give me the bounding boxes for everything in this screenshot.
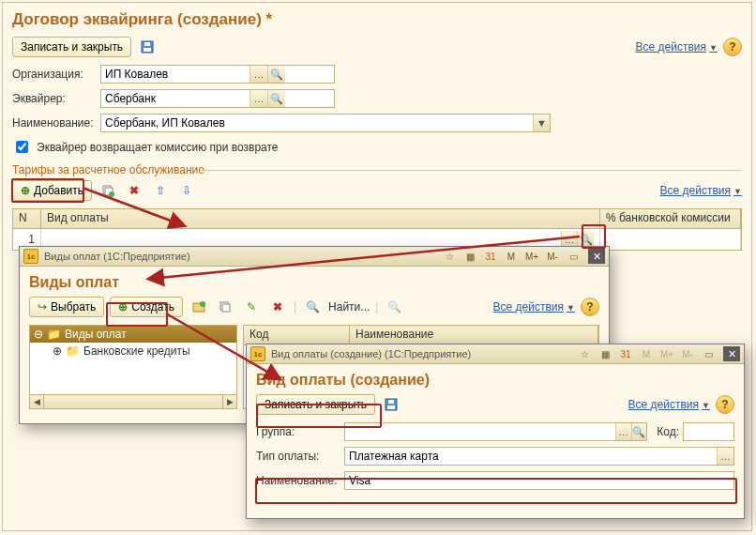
scroll-left-icon[interactable]: ◀	[30, 395, 44, 408]
new-group-icon[interactable]	[189, 297, 209, 317]
table-header: N Вид оплаты % банковской комиссии	[12, 208, 742, 229]
lookup-icon[interactable]: …	[249, 66, 267, 83]
type-input[interactable]	[345, 448, 717, 465]
types-titlebar[interactable]: 1c Виды оплат (1С:Предприятие) ☆ ▦ 31 M …	[20, 247, 609, 267]
search-icon[interactable]: 🔍	[267, 66, 285, 83]
acq-input[interactable]	[101, 90, 249, 107]
edit-icon[interactable]: ✎	[241, 297, 262, 317]
svg-point-5	[109, 191, 114, 197]
delete-mark-icon[interactable]: ✖	[267, 297, 288, 317]
folder-icon: 📁	[47, 328, 61, 341]
org-field[interactable]: … 🔍	[100, 65, 335, 84]
type-field[interactable]: …	[344, 447, 734, 466]
calculator-icon[interactable]: ▦	[461, 248, 479, 265]
create-button[interactable]: ⊕ Создать	[110, 297, 183, 317]
help-icon[interactable]: ?	[581, 298, 599, 316]
calendar-icon[interactable]: 31	[481, 248, 500, 265]
save-icon[interactable]	[381, 394, 401, 415]
types-all-actions-link[interactable]: Все действия▼	[493, 300, 575, 313]
calculator-icon[interactable]: ▦	[596, 345, 614, 362]
group-label: Группа:	[256, 425, 340, 438]
group-field[interactable]: … 🔍	[344, 422, 647, 441]
app-logo-icon: 1c	[250, 346, 265, 361]
mem-mplus-icon[interactable]: M+	[658, 345, 676, 362]
favorite-icon[interactable]: ☆	[440, 248, 459, 265]
col-name[interactable]: Наименование	[350, 326, 598, 344]
detail-toolbar: Записать и закрыть Все действия▼ ?	[256, 394, 734, 415]
svg-rect-2	[144, 42, 150, 46]
mem-mplus-icon[interactable]: M+	[522, 248, 541, 265]
mem-m-icon[interactable]: M	[502, 248, 521, 265]
window-icon[interactable]: ▭	[564, 248, 582, 265]
col-kind[interactable]: Вид оплаты	[41, 209, 600, 228]
save-icon[interactable]	[137, 37, 158, 57]
payment-type-detail-window: 1c Вид оплаты (создание) (1С:Предприятие…	[246, 344, 745, 519]
detail-name-label: Наименование:	[256, 474, 340, 487]
org-input[interactable]	[101, 66, 249, 83]
copy-icon[interactable]	[215, 297, 235, 317]
move-down-icon[interactable]: ⇩	[176, 180, 197, 201]
close-icon[interactable]: ✕	[723, 346, 740, 361]
mem-mminus-icon[interactable]: M-	[678, 345, 697, 362]
choose-button[interactable]: ↪ Выбрать	[29, 297, 104, 317]
lookup-icon[interactable]: …	[717, 448, 733, 465]
name-field[interactable]: ▼	[100, 114, 551, 132]
acq-field[interactable]: … 🔍	[100, 89, 335, 108]
window-icon[interactable]: ▭	[699, 345, 718, 362]
lookup-icon[interactable]: …	[615, 423, 631, 440]
search-icon[interactable]: 🔍	[631, 423, 647, 440]
section-all-actions-link[interactable]: Все действия▼	[660, 184, 742, 197]
close-icon[interactable]: ✕	[588, 249, 605, 264]
return-commission-checkbox[interactable]	[16, 141, 28, 153]
detail-window-title: Вид оплаты (создание)	[256, 372, 734, 389]
detail-titlebar[interactable]: 1c Вид оплаты (создание) (1С:Предприятие…	[247, 344, 744, 364]
clear-filter-icon[interactable]: 🔍	[384, 297, 404, 317]
copy-icon[interactable]	[98, 180, 118, 201]
group-input[interactable]	[345, 423, 615, 440]
code-label: Код:	[657, 425, 679, 438]
type-label: Тип оплаты:	[256, 450, 340, 463]
find-label[interactable]: Найти...	[328, 300, 370, 313]
detail-name-field[interactable]	[344, 471, 734, 490]
tree-hscroll[interactable]: ◀ ▶	[30, 394, 236, 408]
detail-all-actions-link[interactable]: Все действия▼	[628, 398, 710, 411]
tree-root[interactable]: ⊖ 📁 Виды оплат	[30, 326, 236, 343]
types-toolbar: ↪ Выбрать ⊕ Создать ✎ ✖ | 🔍 Найти... | 🔍…	[29, 297, 599, 317]
mem-mminus-icon[interactable]: M-	[543, 248, 562, 265]
commission-cell[interactable]	[600, 229, 741, 250]
code-input[interactable]	[684, 423, 733, 440]
delete-icon[interactable]: ✖	[124, 180, 144, 201]
lookup-icon[interactable]: …	[249, 90, 267, 107]
mem-m-icon[interactable]: M	[637, 345, 656, 362]
col-n[interactable]: N	[13, 209, 41, 228]
add-button[interactable]: ⊕ Добавить	[12, 180, 92, 201]
code-field[interactable]	[683, 422, 734, 441]
help-icon[interactable]: ?	[723, 38, 742, 56]
all-actions-link[interactable]: Все действия▼	[636, 40, 718, 54]
acq-label: Эквайрер:	[12, 92, 97, 105]
help-icon[interactable]: ?	[716, 395, 734, 414]
detail-name-input[interactable]	[345, 472, 733, 489]
name-label: Наименование:	[12, 116, 97, 130]
col-commission[interactable]: % банковской комиссии	[600, 209, 741, 228]
search-icon[interactable]: 🔍	[267, 90, 285, 107]
find-icon[interactable]: 🔍	[302, 297, 323, 317]
col-code[interactable]: Код	[244, 326, 350, 344]
detail-save-and-close-button[interactable]: Записать и закрыть	[256, 394, 375, 415]
collapse-icon[interactable]: ⊖	[34, 328, 43, 341]
expand-icon[interactable]: ⊕	[53, 344, 62, 358]
save-and-close-button[interactable]: Записать и закрыть	[12, 37, 131, 57]
svg-rect-1	[144, 48, 151, 52]
svg-rect-9	[222, 304, 230, 312]
name-input[interactable]	[101, 115, 533, 131]
move-up-icon[interactable]: ⇧	[150, 180, 171, 201]
page-title: Договор эквайринга (создание) *	[12, 10, 742, 29]
checkbox-label: Эквайрер возвращает комиссию при возврат…	[37, 141, 279, 154]
dropdown-icon[interactable]: ▼	[533, 115, 550, 131]
calendar-icon[interactable]: 31	[616, 345, 635, 362]
tree-pane: ⊖ 📁 Виды оплат ⊕ 📁 Банковские кредиты ◀ …	[29, 325, 237, 409]
scroll-right-icon[interactable]: ▶	[222, 395, 236, 408]
svg-rect-12	[388, 400, 394, 404]
favorite-icon[interactable]: ☆	[575, 345, 594, 362]
tree-item-bank-credits[interactable]: ⊕ 📁 Банковские кредиты	[30, 343, 236, 359]
